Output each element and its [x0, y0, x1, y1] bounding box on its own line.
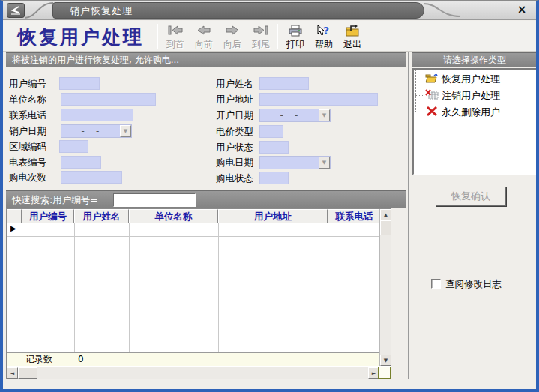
arrow-to-last-icon	[247, 25, 274, 37]
nav-first-button[interactable]: 到首	[162, 23, 189, 50]
view-change-log-label: 查阅修改日志	[445, 278, 502, 291]
price-type-input[interactable]	[259, 125, 283, 138]
nav-last-label: 到尾	[247, 38, 274, 51]
user-id-input[interactable]	[59, 77, 100, 90]
grid-vertical-scrollbar[interactable]: ▲ ▼	[379, 209, 391, 366]
scroll-up-icon[interactable]: ▲	[380, 209, 391, 220]
arrow-to-first-icon	[162, 25, 189, 37]
quick-search-input[interactable]	[113, 193, 196, 207]
label-close-date: 销户日期	[9, 124, 46, 137]
app-window: 销户恢复处理 × 恢复用户处理 到首 向前 向后	[0, 0, 539, 392]
page-title: 恢复用户处理	[18, 25, 144, 49]
vertical-scroll-thumb[interactable]	[380, 220, 391, 235]
main-toolbar: 恢复用户处理 到首 向前 向后 到尾	[3, 21, 536, 52]
grid-column-line	[22, 223, 22, 366]
app-logo-icon[interactable]	[7, 3, 25, 18]
label-open-date: 开户日期	[216, 109, 253, 121]
user-name-input[interactable]	[259, 77, 309, 90]
record-count-label: 记录数	[25, 353, 52, 366]
close-icon[interactable]: ×	[515, 4, 529, 17]
grid-column-line	[129, 223, 130, 366]
window-title-capsule[interactable]: 销户恢复处理	[52, 2, 424, 19]
label-contact-phone: 联系电话	[9, 109, 46, 121]
printer-icon	[282, 25, 309, 37]
help-button[interactable]: ? 帮助	[310, 23, 337, 50]
grid-header-user-address[interactable]: 用户地址	[218, 209, 328, 223]
purchase-date-picker[interactable]: - - ▼	[259, 156, 331, 169]
user-address-input[interactable]	[259, 93, 378, 106]
label-price-type: 电价类型	[216, 125, 253, 138]
scroll-down-icon[interactable]: ▼	[380, 355, 391, 366]
folder-open-icon	[425, 73, 439, 87]
grid-column-line	[218, 223, 219, 366]
grid-header-unit-name[interactable]: 单位名称	[129, 209, 218, 223]
exit-folder-icon	[339, 25, 366, 37]
user-status-input[interactable]	[259, 141, 289, 154]
checkbox-icon[interactable]	[431, 279, 441, 289]
nav-next-button[interactable]: 向后	[219, 23, 246, 50]
title-bar[interactable]: 销户恢复处理 ×	[3, 1, 536, 20]
exit-button[interactable]: 退出	[339, 23, 366, 50]
nav-last-button[interactable]: 到尾	[247, 23, 274, 50]
label-area-code: 区域编码	[9, 140, 46, 153]
grid-header-user-name[interactable]: 用户姓名	[74, 209, 129, 223]
label-user-address: 用户地址	[216, 93, 253, 106]
titlebar-swoosh-right-decoration	[423, 1, 462, 20]
operation-type-list: 恢复用户处理 注销用户处理 永久删除用户	[412, 68, 538, 175]
titlebar-swoosh-decoration	[24, 1, 54, 20]
op-label-revoke-user: 注销用户处理	[442, 89, 500, 103]
op-label-restore-user: 恢复用户处理	[442, 73, 500, 86]
op-item-restore-user[interactable]: 恢复用户处理	[414, 71, 536, 86]
grid-header-user-id[interactable]: 用户编号	[22, 209, 74, 223]
tree-line	[415, 112, 424, 112]
label-purchase-date: 购电日期	[216, 156, 253, 169]
print-button[interactable]: 打印	[282, 23, 309, 50]
record-count-value: 0	[78, 353, 84, 366]
chevron-down-icon[interactable]: ▼	[319, 109, 330, 121]
print-label: 打印	[282, 38, 309, 51]
label-user-id: 用户编号	[9, 77, 46, 90]
purchase-status-input[interactable]	[259, 172, 289, 184]
label-user-status: 用户状态	[216, 141, 253, 154]
arrow-right-icon	[219, 25, 246, 37]
chevron-down-icon[interactable]: ▼	[319, 157, 330, 169]
open-date-picker[interactable]: - - ▼	[259, 109, 331, 122]
record-count-row: 记录数 0	[7, 352, 381, 366]
meter-no-input[interactable]	[61, 156, 101, 169]
close-date-picker[interactable]: - - ▼	[61, 124, 132, 138]
grid-header-contact-phone[interactable]: 联系电话	[328, 209, 381, 223]
nav-prev-label: 向前	[190, 38, 217, 51]
quick-search-band: 快速搜索:用户编号=	[6, 190, 406, 208]
restore-confirm-button[interactable]: 恢复确认	[436, 187, 506, 206]
op-item-revoke-user[interactable]: 注销用户处理	[414, 88, 536, 103]
label-meter-no: 电表编号	[9, 156, 46, 169]
area-code-input[interactable]	[59, 140, 88, 153]
chevron-down-icon[interactable]: ▼	[120, 125, 131, 137]
op-item-delete-user[interactable]: 永久删除用户	[414, 104, 536, 119]
grid-header-selector[interactable]	[7, 209, 22, 223]
operation-type-banner: 请选择操作类型	[412, 52, 538, 67]
horizontal-scroll-thumb[interactable]	[18, 367, 37, 379]
tree-line	[415, 95, 424, 96]
panel-divider	[408, 52, 409, 379]
purchase-count-input[interactable]	[61, 171, 122, 184]
toolbar-separator	[157, 24, 158, 49]
nav-first-label: 到首	[162, 38, 189, 51]
grid-horizontal-scrollbar[interactable]: ◄ ►	[7, 367, 379, 379]
tree-line	[415, 79, 424, 79]
arrow-left-icon	[190, 25, 217, 37]
contact-phone-input[interactable]	[61, 109, 133, 121]
label-purchase-count: 购电次数	[9, 171, 46, 184]
exit-label: 退出	[339, 38, 366, 51]
grid-current-row[interactable]: ▶	[7, 223, 381, 237]
help-cursor-icon: ?	[310, 25, 337, 37]
nav-prev-button[interactable]: 向前	[190, 23, 217, 50]
scroll-left-icon[interactable]: ◄	[7, 367, 18, 379]
window-title: 销户恢复处理	[70, 5, 133, 16]
open-date-value: - -	[260, 110, 318, 121]
current-record-marker-icon: ▶	[10, 224, 16, 232]
instruction-banner: 将被注销的用户进行恢复处理, 允许购电...	[6, 52, 406, 67]
quick-search-label: 快速搜索:用户编号=	[12, 194, 98, 207]
unit-name-input[interactable]	[61, 93, 156, 106]
users-grid: 用户编号 用户姓名 单位名称 用户地址 联系电话 ▶ 记录数 0 ▲ ▼ ◄ ►	[6, 208, 391, 379]
